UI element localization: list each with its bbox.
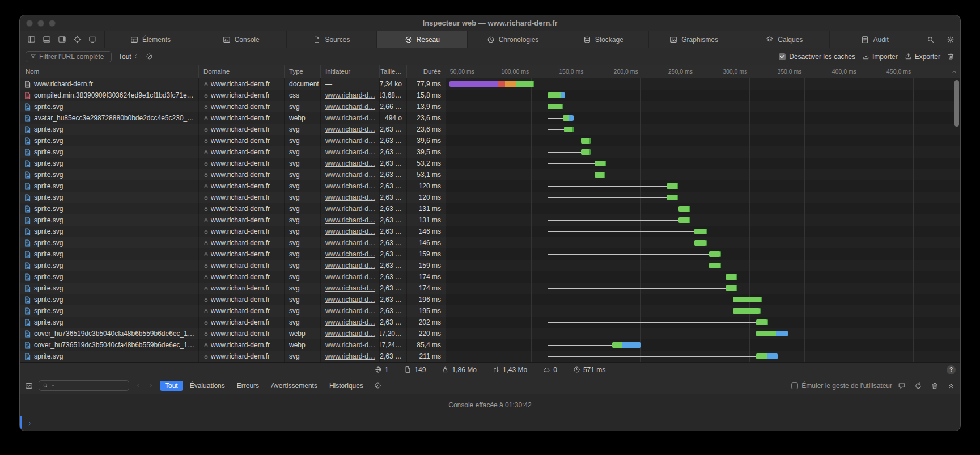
tab-elements[interactable]: Éléments [105, 31, 196, 48]
device-icon[interactable] [86, 31, 100, 48]
help-button[interactable]: ? [947, 365, 956, 374]
console-filter-field[interactable] [39, 380, 129, 391]
search-icon[interactable] [920, 31, 940, 48]
request-initiator[interactable]: www.richard-d… [325, 307, 375, 315]
panel-left-icon[interactable] [24, 31, 39, 48]
request-initiator[interactable]: www.richard-d… [325, 273, 375, 281]
panel-bottom-icon[interactable] [40, 31, 54, 48]
request-initiator[interactable]: www.richard-d… [325, 137, 375, 145]
request-initiator[interactable]: www.richard-d… [325, 91, 375, 99]
request-initiator[interactable]: www.richard-d… [325, 239, 375, 247]
request-initiator[interactable]: www.richard-d… [325, 114, 375, 122]
trash-icon[interactable] [947, 53, 954, 60]
tab-console[interactable]: Console [196, 31, 286, 48]
request-initiator[interactable]: www.richard-d… [325, 103, 375, 111]
network-request-row[interactable]: sprite.svgwww.richard-dern.frsvgwww.rich… [20, 180, 960, 192]
console-pane-icon[interactable] [25, 382, 33, 390]
network-request-row[interactable]: sprite.svgwww.richard-dern.frsvgwww.rich… [20, 192, 960, 203]
tab-audit[interactable]: Audit [829, 31, 920, 48]
column-header-initiateur[interactable]: Initiateur [321, 65, 380, 78]
console-prompt[interactable] [20, 416, 960, 431]
request-initiator[interactable]: www.richard-d… [325, 205, 375, 213]
close-button[interactable] [26, 20, 33, 27]
request-initiator[interactable]: www.richard-d… [325, 284, 375, 292]
network-request-row[interactable]: cover_hu736519dc3b5040cfa48b6b559b6de6ec… [20, 339, 960, 351]
console-scope-tout[interactable]: Tout [160, 381, 183, 391]
element-picker-icon[interactable] [70, 31, 84, 48]
column-header-domaine[interactable]: Domaine [199, 65, 285, 78]
tab-layers[interactable]: Calques [739, 31, 829, 48]
tab-storage[interactable]: Stockage [558, 31, 648, 48]
console-scope-erreurs[interactable]: Erreurs [232, 381, 264, 391]
tab-timelines[interactable]: Chronologies [467, 31, 558, 48]
request-initiator[interactable]: www.richard-d… [325, 250, 375, 258]
network-request-row[interactable]: www.richard-dern.frwww.richard-dern.frdo… [20, 78, 960, 90]
network-request-row[interactable]: sprite.svgwww.richard-dern.frsvgwww.rich… [20, 351, 960, 362]
request-initiator[interactable]: www.richard-d… [325, 352, 375, 360]
panel-right-icon[interactable] [55, 31, 69, 48]
request-initiator[interactable]: www.richard-d… [325, 125, 375, 133]
export-button[interactable]: Exporter [905, 53, 940, 61]
resource-type-filter[interactable]: Tout [118, 53, 139, 61]
network-request-row[interactable]: sprite.svgwww.richard-dern.frsvgwww.rich… [20, 271, 960, 283]
network-request-row[interactable]: cover_hu736519dc3b5040cfa48b6b559b6de6ec… [20, 328, 960, 339]
network-scrollbar-thumb[interactable] [954, 80, 959, 127]
tab-network[interactable]: Réseau [376, 31, 467, 48]
request-initiator[interactable]: www.richard-d… [325, 193, 375, 201]
console-scope-évaluations[interactable]: Évaluations [185, 381, 230, 391]
url-filter-field[interactable] [26, 51, 112, 62]
request-initiator[interactable]: www.richard-d… [325, 262, 375, 269]
network-request-row[interactable]: sprite.svgwww.richard-dern.frsvgwww.rich… [20, 317, 960, 328]
network-request-row[interactable]: sprite.svgwww.richard-dern.frsvgwww.rich… [20, 214, 960, 226]
network-request-row[interactable]: sprite.svgwww.richard-dern.frsvgwww.rich… [20, 226, 960, 237]
network-request-row[interactable]: sprite.svgwww.richard-dern.frsvgwww.rich… [20, 101, 960, 112]
column-header-type[interactable]: Type [285, 65, 321, 78]
request-initiator[interactable]: www.richard-d… [325, 296, 375, 304]
network-request-row[interactable]: sprite.svgwww.richard-dern.frsvgwww.rich… [20, 260, 960, 271]
console-filter-input[interactable] [57, 382, 120, 390]
disable-caches-checkbox[interactable]: Désactiver les caches [779, 53, 855, 61]
request-initiator[interactable]: www.richard-d… [325, 182, 375, 190]
network-request-row[interactable]: sprite.svgwww.richard-dern.frsvgwww.rich… [20, 237, 960, 248]
request-initiator[interactable]: www.richard-d… [325, 216, 375, 224]
network-request-row[interactable]: sprite.svgwww.richard-dern.frsvgwww.rich… [20, 294, 960, 305]
network-request-row[interactable]: sprite.svgwww.richard-dern.frsvgwww.rich… [20, 124, 960, 135]
request-initiator[interactable]: www.richard-d… [325, 330, 375, 338]
expand-console-icon[interactable] [947, 382, 955, 390]
trash-icon[interactable] [931, 382, 939, 390]
request-initiator[interactable]: www.richard-d… [325, 148, 375, 156]
network-request-row[interactable]: sprite.svgwww.richard-dern.frsvgwww.rich… [20, 146, 960, 158]
tab-sources[interactable]: Sources [286, 31, 377, 48]
request-initiator[interactable]: www.richard-d… [325, 341, 375, 349]
request-initiator[interactable]: www.richard-d… [325, 159, 375, 167]
clear-console-icon[interactable] [374, 382, 381, 389]
forward-chevron-icon[interactable] [148, 382, 154, 389]
back-chevron-icon[interactable] [135, 382, 141, 389]
request-initiator[interactable]: www.richard-d… [325, 318, 375, 326]
network-request-row[interactable]: sprite.svgwww.richard-dern.frsvgwww.rich… [20, 158, 960, 169]
reload-icon[interactable] [914, 382, 922, 390]
network-request-row[interactable]: sprite.svgwww.richard-dern.frsvgwww.rich… [20, 135, 960, 146]
network-request-row[interactable]: sprite.svgwww.richard-dern.frsvgwww.rich… [20, 305, 960, 317]
request-initiator[interactable]: www.richard-d… [325, 228, 375, 235]
gear-icon[interactable] [940, 31, 960, 48]
console-scope-historiques[interactable]: Historiques [324, 381, 368, 391]
network-request-row[interactable]: sprite.svgwww.richard-dern.frsvgwww.rich… [20, 169, 960, 180]
network-request-row[interactable]: sprite.svgwww.richard-dern.frsvgwww.rich… [20, 283, 960, 294]
column-header-nom[interactable]: Nom [20, 65, 199, 78]
chevron-up-icon[interactable] [951, 69, 957, 75]
request-initiator[interactable]: www.richard-d… [325, 171, 375, 179]
zoom-button[interactable] [49, 20, 56, 27]
console-scope-avertissements[interactable]: Avertissements [266, 381, 323, 391]
import-button[interactable]: Importer [862, 53, 898, 61]
emulate-user-gesture-checkbox[interactable]: Émuler le geste de l'utilisateur [791, 382, 892, 390]
column-header-taille[interactable]: Taille… [380, 65, 407, 78]
network-request-row[interactable]: sprite.svgwww.richard-dern.frsvgwww.rich… [20, 203, 960, 214]
minimize-button[interactable] [37, 20, 44, 27]
tab-graphics[interactable]: Graphismes [648, 31, 739, 48]
message-bubble-icon[interactable] [898, 382, 906, 390]
clear-network-items-icon[interactable] [146, 53, 153, 60]
network-request-row[interactable]: avatar_hu85ecc3e298728880b0bde2dcc4e5c23… [20, 112, 960, 124]
network-request-row[interactable]: sprite.svgwww.richard-dern.frsvgwww.rich… [20, 248, 960, 260]
url-filter-input[interactable] [39, 53, 104, 61]
